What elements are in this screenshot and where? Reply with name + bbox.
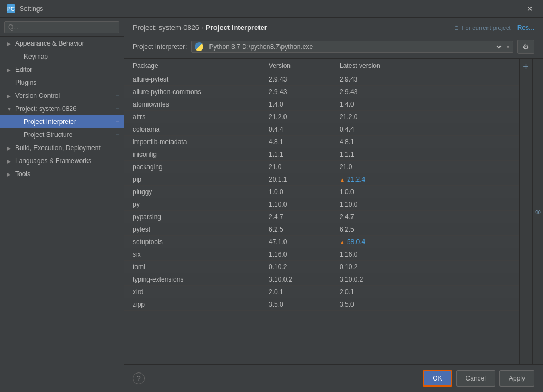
table-row[interactable]: py1.10.01.10.0 — [124, 198, 519, 211]
table-row[interactable]: toml0.10.20.10.2 — [124, 261, 519, 273]
sidebar-item-build[interactable]: ▶ Build, Execution, Deployment — [0, 141, 124, 154]
content-area: ▶ Appearance & Behavior Keymap ▶ Editor … — [0, 18, 543, 392]
col-latest: ▲ 58.0.4 — [340, 238, 510, 246]
sidebar-item-plugins[interactable]: Plugins — [0, 76, 124, 89]
sidebar-item-editor[interactable]: ▶ Editor — [0, 63, 124, 76]
table-row[interactable]: typing-extensions3.10.0.23.10.0.2 — [124, 273, 519, 286]
interpreter-row: Project Interpreter: Python 3.7 D:\pytho… — [124, 35, 543, 59]
col-package: py — [133, 201, 269, 208]
col-package: six — [133, 251, 269, 258]
sidebar-item-version-control[interactable]: ▶ Version Control ≡ — [0, 89, 124, 102]
col-latest: 21.2.0 — [340, 113, 510, 121]
title-bar-left: PC Settings — [7, 4, 43, 13]
sidebar-item-label: Editor — [15, 66, 32, 73]
col-version: 1.16.0 — [269, 251, 340, 258]
table-row[interactable]: zipp3.5.03.5.0 — [124, 298, 519, 311]
col-version: 2.9.43 — [269, 88, 340, 96]
expand-arrow-icon: ▶ — [7, 67, 13, 73]
table-row[interactable]: pluggy1.0.01.0.0 — [124, 186, 519, 198]
col-version: 2.9.43 — [269, 76, 340, 83]
sidebar-item-keymap[interactable]: Keymap — [0, 50, 124, 63]
interpreter-label: Project Interpreter: — [133, 43, 187, 51]
help-button[interactable]: ? — [133, 372, 145, 384]
sidebar-item-label: Project Structure — [24, 131, 72, 139]
expand-arrow-icon: ▶ — [7, 41, 13, 47]
col-version: 0.10.2 — [269, 263, 340, 271]
sidebar-item-label: Appearance & Behavior — [15, 40, 84, 47]
col-package: packaging — [133, 163, 269, 171]
cancel-button[interactable]: Cancel — [456, 370, 495, 387]
sidebar: ▶ Appearance & Behavior Keymap ▶ Editor … — [0, 18, 124, 392]
sidebar-item-label: Project: system-0826 — [15, 105, 77, 113]
sidebar-item-tools[interactable]: ▶ Tools — [0, 167, 124, 181]
settings-dialog: PC Settings ✕ ▶ Appearance & Behavior Ke… — [0, 0, 543, 392]
table-row[interactable]: xlrd2.0.12.0.1 — [124, 286, 519, 298]
apply-button[interactable]: Apply — [499, 370, 534, 387]
col-latest: 0.4.4 — [340, 126, 510, 133]
search-input[interactable] — [4, 21, 119, 33]
table-row[interactable]: attrs21.2.021.2.0 — [124, 111, 519, 123]
col-version: 3.5.0 — [269, 301, 340, 308]
col-package: zipp — [133, 301, 269, 308]
right-panel: 👁 — [532, 59, 543, 364]
table-row[interactable]: atomicwrites1.4.01.4.0 — [124, 98, 519, 111]
table-row[interactable]: colorama0.4.40.4.4 — [124, 123, 519, 136]
interpreter-select[interactable]: Python 3.7 D:\python3.7\python.exe — [207, 42, 503, 51]
table-row[interactable]: six1.16.01.16.0 — [124, 248, 519, 261]
col-package: pytest — [133, 226, 269, 233]
breadcrumb: Project: system-0826 › Project Interpret… — [133, 23, 267, 32]
table-row[interactable]: pip20.1.1▲ 21.2.4 — [124, 173, 519, 186]
col-version: 1.10.0 — [269, 201, 340, 208]
col-package: xlrd — [133, 288, 269, 296]
packages-scroll[interactable]: Package Version Latest version allure-py… — [124, 59, 519, 364]
col-version: 47.1.0 — [269, 238, 340, 246]
sidebar-item-project[interactable]: ▼ Project: system-0826 ≡ — [0, 102, 124, 115]
dialog-title: Settings — [20, 5, 43, 13]
close-button[interactable]: ✕ — [523, 3, 536, 14]
upgrade-arrow-icon: ▲ — [340, 239, 345, 245]
table-header: Package Version Latest version — [124, 59, 519, 73]
col-version: 2.4.7 — [269, 213, 340, 221]
title-bar: PC Settings ✕ — [0, 0, 543, 18]
col-version: 0.4.4 — [269, 126, 340, 133]
sidebar-item-label: Keymap — [24, 53, 48, 60]
col-latest: 2.0.1 — [340, 288, 510, 296]
col-package: pyparsing — [133, 213, 269, 221]
table-row[interactable]: importlib-metadata4.8.14.8.1 — [124, 136, 519, 148]
bottom-buttons: OK Cancel Apply — [423, 370, 534, 387]
sidebar-item-appearance[interactable]: ▶ Appearance & Behavior — [0, 37, 124, 50]
add-package-button[interactable]: + — [522, 61, 530, 73]
main-panel: Project: system-0826 › Project Interpret… — [124, 18, 543, 392]
expand-arrow-icon: ▶ — [7, 171, 13, 177]
col-latest: 1.0.0 — [340, 188, 510, 196]
col-header-version: Version — [269, 62, 340, 70]
structure-icon: ≡ — [116, 132, 119, 138]
col-package: atomicwrites — [133, 101, 269, 108]
sidebar-item-project-interpreter[interactable]: Project Interpreter ≡ — [0, 115, 124, 128]
col-version: 4.8.1 — [269, 138, 340, 146]
table-row[interactable]: pytest6.2.56.2.5 — [124, 223, 519, 236]
restore-link[interactable]: Res... — [517, 24, 534, 32]
table-row[interactable]: iniconfig1.1.11.1.1 — [124, 148, 519, 161]
ok-button[interactable]: OK — [423, 370, 452, 387]
breadcrumb-project: Project: system-0826 — [133, 23, 199, 32]
col-latest: ▲ 21.2.4 — [340, 176, 510, 183]
sidebar-item-label: Build, Execution, Deployment — [15, 144, 101, 152]
table-row[interactable]: allure-python-commons2.9.432.9.43 — [124, 86, 519, 98]
gear-button[interactable]: ⚙ — [517, 40, 534, 54]
sidebar-item-languages[interactable]: ▶ Languages & Frameworks — [0, 154, 124, 167]
table-row[interactable]: pyparsing2.4.72.4.7 — [124, 211, 519, 223]
col-version: 1.1.1 — [269, 151, 340, 158]
col-package: typing-extensions — [133, 276, 269, 283]
for-current-project: 🗒 For current project — [454, 24, 511, 31]
eye-icon[interactable]: 👁 — [534, 208, 542, 215]
table-row[interactable]: allure-pytest2.9.432.9.43 — [124, 73, 519, 86]
table-row[interactable]: setuptools47.1.0▲ 58.0.4 — [124, 236, 519, 248]
sidebar-item-project-structure[interactable]: Project Structure ≡ — [0, 128, 124, 141]
col-package: allure-pytest — [133, 76, 269, 83]
interpreter-select-wrapper[interactable]: Python 3.7 D:\python3.7\python.exe ▾ — [191, 41, 513, 53]
table-row[interactable]: packaging21.021.0 — [124, 161, 519, 173]
chevron-down-icon: ▾ — [507, 44, 509, 50]
col-version: 3.10.0.2 — [269, 276, 340, 283]
sidebar-item-label: Project Interpreter — [24, 118, 76, 126]
